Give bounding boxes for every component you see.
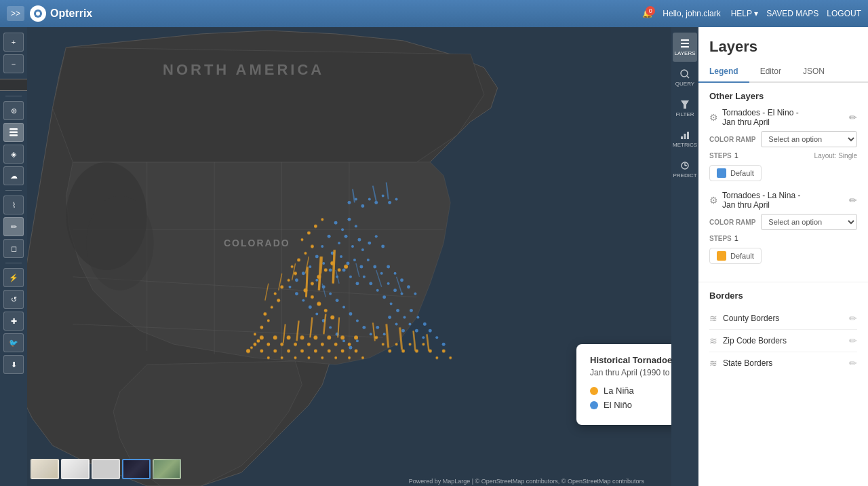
rt-metrics-label: METRICS	[673, 142, 697, 148]
thumbnail-street[interactable]	[31, 459, 59, 479]
rt-filter-button[interactable]: FILTER	[673, 94, 697, 123]
nino-label: El Niño	[604, 400, 632, 410]
logo-icon	[30, 5, 46, 22]
svg-point-209	[681, 70, 688, 77]
rt-query-button[interactable]: QUERY	[673, 63, 697, 92]
thumbnail-terrain[interactable]	[92, 459, 120, 479]
app-title: Opterrix	[50, 7, 92, 20]
layer1-default-chip: Default	[709, 165, 762, 181]
logout-link[interactable]: LOGOUT	[827, 9, 861, 18]
crosshair-button[interactable]: ✚	[3, 312, 24, 331]
nina-label: La Niña	[604, 386, 634, 396]
header-right: 🔔 0 Hello, john.clark HELP ▾ SAVED MAPS …	[642, 9, 861, 18]
legend-subtitle: Jan thru April (1990 to 2019)	[590, 368, 671, 377]
svg-point-1	[36, 12, 40, 16]
main-content: + − 🔍 ⊕ ◈ ☁ ⌇ ✏ ◻ ⚡ ↺ ✚ 🐦 ⬇	[0, 27, 868, 486]
border-item-zipcode: ≋ Zip Code Borders ✏	[709, 330, 857, 352]
svg-line-210	[687, 76, 689, 78]
download-button[interactable]: ⬇	[3, 355, 24, 374]
state-borders-edit-button[interactable]: ✏	[849, 358, 857, 369]
left-toolbar: + − 🔍 ⊕ ◈ ☁ ⌇ ✏ ◻ ⚡ ↺ ✚ 🐦 ⬇	[0, 27, 27, 486]
saved-maps-link[interactable]: SAVED MAPS	[766, 9, 818, 18]
layer1-layout-value: Single	[838, 152, 857, 160]
right-panel: Layers Legend Editor JSON Other Layers ⚙…	[698, 27, 868, 486]
border-item-county: ≋ County Borders ✏	[709, 307, 857, 330]
layer2-color-ramp-label: COLOR RAMP	[709, 219, 755, 226]
other-layers-section: Other Layers ⚙ Tornadoes - El Nino -Jan …	[698, 83, 868, 282]
layers-panel: Layers Legend Editor JSON Other Layers ⚙…	[698, 27, 868, 382]
location-button[interactable]: ⊕	[3, 101, 24, 120]
thumbnail-satellite[interactable]	[122, 459, 151, 479]
layer2-default-chip: Default	[709, 248, 762, 264]
nina-color-dot	[590, 387, 598, 395]
layers-button[interactable]	[3, 123, 24, 142]
layer2-color-ramp-select[interactable]: Select an option	[761, 214, 857, 230]
border-zipcode-left: ≋ Zip Code Borders	[709, 335, 787, 346]
rt-query-label: QUERY	[675, 81, 694, 87]
tab-editor[interactable]: Editor	[749, 61, 792, 83]
edit-button[interactable]: ✏	[3, 217, 24, 236]
rt-predict-button[interactable]: PREDICT	[673, 155, 697, 184]
map-area[interactable]: NORTH AMERICA COLORADO Historical Tornad…	[27, 27, 671, 486]
svg-rect-212	[681, 136, 683, 139]
map-attribution: Powered by MapLarge | © OpenStreetMap co…	[409, 478, 644, 485]
state-borders-label: State Borders	[723, 358, 772, 368]
borders-title: Borders	[709, 291, 857, 301]
layer2-icon: ⚙	[709, 195, 718, 206]
legend-popup: Historical Tornadoes Jan thru April (199…	[576, 344, 671, 425]
svg-point-14	[86, 196, 153, 291]
svg-rect-4	[9, 134, 18, 136]
county-borders-icon: ≋	[709, 313, 717, 324]
zoom-in-button[interactable]: +	[3, 33, 24, 52]
layer2-name: Tornadoes - La Nina -Jan thru April	[722, 191, 849, 210]
svg-rect-214	[687, 132, 689, 139]
svg-rect-206	[681, 39, 689, 41]
zipcode-borders-label: Zip Code Borders	[723, 336, 787, 345]
draw-button[interactable]: ⌇	[3, 195, 24, 214]
tab-legend[interactable]: Legend	[698, 61, 749, 83]
toolbar-divider-3	[5, 263, 22, 263]
zipcode-borders-edit-button[interactable]: ✏	[849, 335, 857, 346]
svg-rect-2	[9, 128, 18, 130]
borders-section: Borders ≋ County Borders ✏ ≋ Zip Code Bo…	[698, 282, 868, 382]
zoom-out-button[interactable]: −	[3, 54, 24, 73]
info-button[interactable]: ◈	[3, 145, 24, 164]
thumbnail-light[interactable]	[61, 459, 90, 479]
county-borders-label: County Borders	[723, 314, 779, 323]
select-button[interactable]: ◻	[3, 239, 24, 258]
toolbar-divider-2	[5, 190, 22, 191]
expand-sidebar-button[interactable]: >>	[7, 6, 24, 21]
layer1-steps-label: STEPS	[709, 152, 732, 160]
layer2-default-label: Default	[730, 252, 754, 260]
layer1-color-ramp-label: COLOR RAMP	[709, 136, 755, 143]
rt-layers-button[interactable]: LAYERS	[673, 33, 697, 62]
layer1-edit-button[interactable]: ✏	[849, 112, 857, 123]
svg-marker-211	[681, 100, 689, 109]
toolbar-divider-1	[5, 96, 22, 96]
rt-predict-label: PREDICT	[673, 172, 696, 179]
right-icon-toolbar: LAYERS QUERY FILTER METRICS PREDICT	[671, 27, 698, 486]
help-link[interactable]: HELP ▾	[731, 9, 758, 18]
other-layers-title: Other Layers	[709, 91, 857, 101]
twitter-button[interactable]: 🐦	[3, 333, 24, 352]
svg-rect-208	[681, 46, 689, 48]
layer1-icon: ⚙	[709, 112, 718, 123]
lightning-button[interactable]: ⚡	[3, 268, 24, 287]
layer1-color-ramp-row: COLOR RAMP Select an option	[709, 131, 857, 147]
tab-json[interactable]: JSON	[792, 61, 835, 83]
notification-badge: 0	[646, 6, 655, 16]
rotate-button[interactable]: ↺	[3, 290, 24, 309]
layer2-edit-button[interactable]: ✏	[849, 195, 857, 206]
county-borders-edit-button[interactable]: ✏	[849, 313, 857, 324]
border-county-left: ≋ County Borders	[709, 313, 779, 324]
layer1-header: ⚙ Tornadoes - El Nino -Jan thru April ✏	[709, 108, 857, 127]
legend-item-nino: El Niño	[590, 400, 671, 410]
thumbnail-topo[interactable]	[153, 459, 181, 479]
cloud-button[interactable]: ☁	[3, 166, 24, 185]
layer2-chip-color	[717, 251, 726, 261]
layers-panel-header: Layers	[698, 27, 868, 61]
notification-bell[interactable]: 🔔 0	[642, 9, 652, 18]
layer1-color-ramp-select[interactable]: Select an option	[761, 131, 857, 147]
layer1-chip-color	[717, 168, 726, 178]
rt-metrics-button[interactable]: METRICS	[673, 124, 697, 153]
